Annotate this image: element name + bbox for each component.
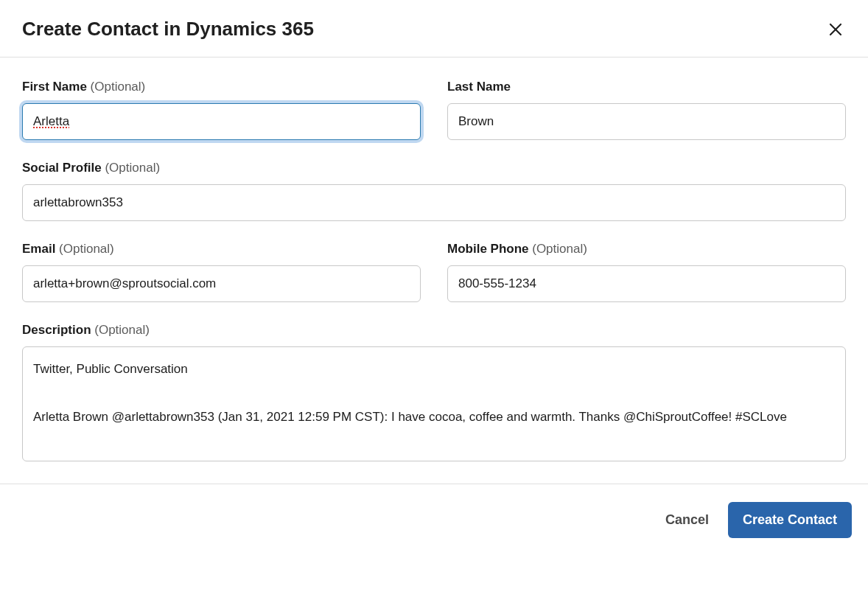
field-social-profile: Social Profile (Optional) bbox=[22, 161, 846, 221]
mobile-phone-optional: (Optional) bbox=[532, 242, 587, 256]
social-profile-label-text: Social Profile bbox=[22, 161, 102, 175]
social-profile-optional: (Optional) bbox=[105, 161, 160, 175]
row-name: First Name (Optional) Arletta Last Name bbox=[22, 80, 846, 140]
description-label-text: Description bbox=[22, 323, 91, 337]
last-name-label: Last Name bbox=[447, 80, 846, 94]
first-name-optional: (Optional) bbox=[91, 80, 146, 94]
description-optional: (Optional) bbox=[94, 323, 150, 337]
modal-footer: Cancel Create Contact bbox=[0, 484, 868, 547]
description-input[interactable]: Twitter, Public Conversation Arletta Bro… bbox=[22, 346, 846, 461]
close-button[interactable] bbox=[825, 19, 846, 40]
close-icon bbox=[828, 22, 843, 37]
row-email-phone: Email (Optional) Mobile Phone (Optional) bbox=[22, 242, 846, 302]
modal-header: Create Contact in Dynamics 365 bbox=[0, 0, 868, 57]
email-label-text: Email bbox=[22, 242, 55, 256]
first-name-label: First Name (Optional) bbox=[22, 80, 421, 94]
modal-title: Create Contact in Dynamics 365 bbox=[22, 18, 314, 41]
modal-body: First Name (Optional) Arletta Last Name … bbox=[0, 57, 868, 484]
social-profile-input[interactable] bbox=[22, 184, 846, 221]
row-social-profile: Social Profile (Optional) bbox=[22, 161, 846, 221]
description-label: Description (Optional) bbox=[22, 323, 846, 338]
last-name-label-text: Last Name bbox=[447, 80, 511, 94]
mobile-phone-label: Mobile Phone (Optional) bbox=[447, 242, 846, 257]
field-last-name: Last Name bbox=[447, 80, 846, 140]
email-input[interactable] bbox=[22, 265, 421, 302]
field-first-name: First Name (Optional) Arletta bbox=[22, 80, 421, 140]
create-contact-modal: Create Contact in Dynamics 365 First Nam… bbox=[0, 0, 868, 547]
field-mobile-phone: Mobile Phone (Optional) bbox=[447, 242, 846, 302]
email-optional: (Optional) bbox=[59, 242, 114, 256]
field-email: Email (Optional) bbox=[22, 242, 421, 302]
row-description: Description (Optional) Twitter, Public C… bbox=[22, 323, 846, 461]
field-description: Description (Optional) Twitter, Public C… bbox=[22, 323, 846, 461]
mobile-phone-input[interactable] bbox=[447, 265, 846, 302]
social-profile-label: Social Profile (Optional) bbox=[22, 161, 846, 175]
first-name-input[interactable]: Arletta bbox=[22, 103, 421, 140]
email-label: Email (Optional) bbox=[22, 242, 421, 257]
cancel-button[interactable]: Cancel bbox=[662, 506, 712, 534]
first-name-label-text: First Name bbox=[22, 80, 87, 94]
first-name-value: Arletta bbox=[33, 114, 69, 129]
create-contact-button[interactable]: Create Contact bbox=[728, 502, 852, 538]
last-name-input[interactable] bbox=[447, 103, 846, 140]
mobile-phone-label-text: Mobile Phone bbox=[447, 242, 529, 256]
